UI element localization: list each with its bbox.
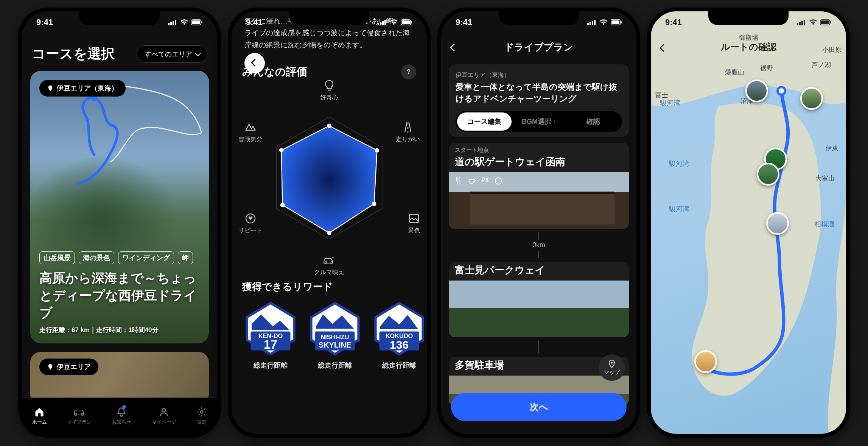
svg-marker-21	[282, 126, 377, 233]
radar-axis-photogenic: クルマ映え	[314, 254, 344, 276]
tab-news[interactable]: お知らせ	[112, 407, 131, 426]
radar-svg	[257, 106, 401, 250]
signal-icon	[168, 19, 177, 25]
phone-course-select: 9:41 コースを選択 すべてのエリア	[18, 8, 221, 438]
gear-icon	[196, 407, 207, 417]
svg-rect-16	[411, 21, 412, 23]
radar-axis-repeat: リピート	[238, 212, 263, 235]
area-filter-label: すべてのエリア	[145, 50, 192, 59]
tag: 海の景色	[79, 251, 114, 264]
chevron-left-icon	[252, 60, 258, 67]
reward-badge[interactable]: NISHI-IZU SKYLINE 総走行距離	[306, 300, 363, 370]
route-pin[interactable]	[694, 350, 717, 373]
svg-rect-10	[378, 23, 379, 25]
notch	[289, 11, 369, 25]
page-title: コースを選択	[32, 45, 115, 63]
course-stats: 走行距離：67 km｜走行時間：1時間40分	[39, 326, 200, 334]
tab-settings[interactable]: 設定	[196, 407, 207, 426]
pin-icon	[47, 363, 54, 370]
route-pin[interactable]	[745, 80, 768, 102]
map-button-label: マップ	[604, 369, 620, 376]
screen-body: 気分に浸れ…半島の…端"奥石廊"のあいあい岬。ドライブの達成感を感じつつ波によっ…	[232, 11, 427, 434]
reward-badges: KEN-DO 17 総走行距離 NISHI-IZU SKYLINE 総走行距離	[242, 300, 416, 370]
signal-icon	[378, 19, 387, 25]
status-icons	[378, 19, 412, 25]
screen-body: コースを選択 すべてのエリア 伊豆エリア（東海）	[22, 11, 217, 434]
svg-rect-56	[821, 20, 829, 24]
waypoint[interactable]: 富士見パークウェイ	[449, 262, 629, 337]
badge-icon: KOKUDO 136	[371, 300, 428, 357]
area-pill-label: 伊豆エリア	[57, 362, 91, 371]
route-pin[interactable]	[757, 163, 779, 186]
screen-body: ドライブプラン 伊豆エリア（東海） 愛車と一体となって半島の突端まで駆け抜けるア…	[441, 11, 636, 434]
reward-badge[interactable]: KEN-DO 17 総走行距離	[242, 300, 299, 370]
plan-header-panel: 伊豆エリア（東海） 愛車と一体となって半島の突端まで駆け抜けるアドベンチャーツー…	[449, 64, 629, 137]
status-icons	[587, 19, 622, 25]
seg-bgm[interactable]: BGM選択›	[512, 112, 566, 131]
svg-rect-51	[797, 23, 798, 25]
svg-rect-44	[592, 21, 593, 25]
image-icon	[408, 212, 420, 225]
area-filter-button[interactable]: すべてのエリア	[137, 45, 207, 63]
tag: 岬	[178, 251, 193, 264]
area-pill: 伊豆エリア	[39, 359, 98, 375]
route-pin[interactable]	[800, 87, 823, 110]
signal-icon	[797, 19, 806, 25]
car-icon	[72, 407, 87, 417]
route-polyline	[651, 11, 846, 434]
status-time: 9:41	[246, 17, 263, 27]
svg-rect-13	[384, 20, 386, 25]
signal-icon	[587, 19, 596, 25]
waypoint-title: 富士見パークウェイ	[449, 262, 629, 281]
waypoint-label: スタート地点	[449, 143, 629, 154]
cafe-icon	[468, 177, 476, 185]
svg-point-49	[495, 178, 501, 184]
notch	[79, 11, 160, 25]
battery-icon	[820, 19, 832, 25]
map-button[interactable]: マップ	[599, 354, 625, 381]
map-canvas[interactable]: 御殿場 小田原 裾野 芦ノ湖 愛鷹山 富士 沼津 伊東 大室山 駿河湾 駿河湾 …	[651, 11, 846, 434]
seg-confirm[interactable]: 確認	[566, 112, 621, 131]
phone-drive-plan: 9:41 ドライブプラン 伊豆エリア（東海） 愛車と一体となって半島の突端まで駆…	[437, 8, 640, 438]
tab-label: ホーム	[32, 419, 47, 426]
tab-mypage[interactable]: マイページ	[152, 407, 176, 426]
wifi-icon	[180, 19, 188, 25]
waypoint-list[interactable]: スタート地点 道の駅ゲートウェイ函南 P¥ 0km	[441, 137, 636, 434]
svg-point-22	[327, 124, 331, 128]
help-button[interactable]: ?	[401, 64, 416, 80]
tab-myplan[interactable]: マイプラン	[67, 407, 92, 426]
svg-rect-43	[590, 22, 591, 25]
tab-home[interactable]: ホーム	[32, 407, 47, 426]
course-card-next[interactable]: 伊豆エリア	[30, 352, 209, 405]
status-time: 9:41	[456, 17, 472, 27]
phone-route-map: 9:41 御殿場 小田原 裾野 芦ノ湖 愛鷹山	[647, 8, 850, 438]
svg-rect-12	[382, 21, 384, 25]
badge-caption: 総走行距離	[254, 361, 288, 370]
svg-point-58	[778, 87, 785, 95]
svg-text:17: 17	[264, 338, 277, 351]
waypoint-start[interactable]: スタート地点 道の駅ゲートウェイ函南 P¥	[449, 143, 629, 229]
back-button[interactable]	[244, 53, 265, 73]
badge-icon: NISHI-IZU SKYLINE	[306, 300, 363, 357]
waypoint-image	[449, 281, 629, 337]
route-pin[interactable]	[766, 212, 789, 235]
restaurant-icon	[454, 177, 462, 185]
svg-rect-52	[799, 22, 801, 25]
next-button[interactable]: 次へ	[451, 393, 627, 421]
back-button[interactable]	[451, 41, 457, 53]
adventure-icon	[244, 121, 257, 133]
reward-badge[interactable]: KOKUDO 136 総走行距離	[371, 300, 428, 370]
tag: 山岳風景	[39, 251, 75, 264]
road-icon	[402, 121, 414, 133]
radar-axis-scenery: 景色	[408, 212, 420, 235]
seg-course-edit[interactable]: コース編集	[457, 112, 512, 131]
svg-point-50	[611, 362, 613, 364]
waypoint-title: 道の駅ゲートウェイ函南	[449, 154, 629, 172]
svg-rect-28	[409, 214, 418, 222]
back-button[interactable]	[661, 41, 666, 53]
svg-rect-53	[801, 21, 803, 25]
course-card[interactable]: 伊豆エリア（東海） 山岳風景 海の景色 ワインディング 岬 高原から深海まで～ち…	[30, 71, 209, 343]
tag-list: 山岳風景 海の景色 ワインディング 岬	[39, 251, 200, 264]
svg-rect-42	[587, 23, 589, 25]
section-rewards-title: 獲得できるリワード	[242, 280, 416, 293]
